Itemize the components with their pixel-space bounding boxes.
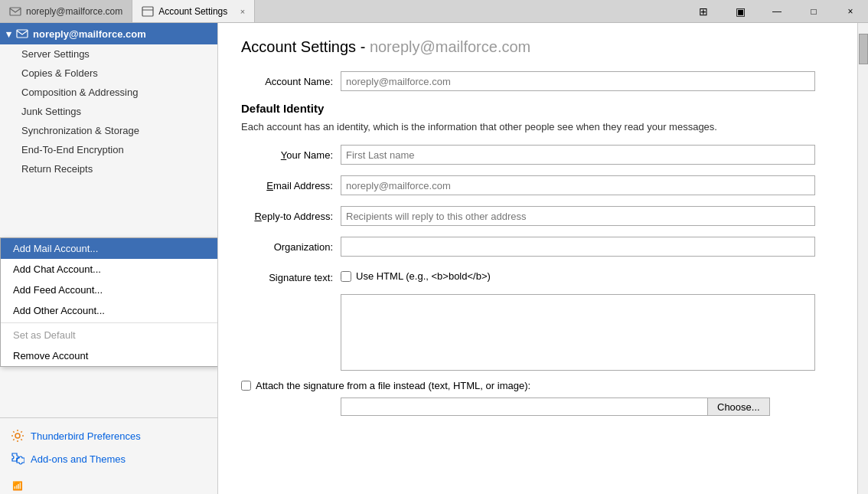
dropdown-add-mail[interactable]: Add Mail Account...	[1, 238, 217, 259]
account-email: noreply@mailforce.com	[33, 28, 146, 40]
reply-to-input[interactable]	[341, 206, 815, 226]
account-name-input[interactable]	[341, 71, 815, 91]
chevron-right-icon: ▾	[6, 28, 11, 40]
signature-text-row: Signature text: Use HTML (e.g., <b>bold<…	[241, 267, 834, 283]
minimize-button[interactable]: —	[759, 0, 795, 23]
signature-textarea-box[interactable]	[341, 294, 815, 371]
email-address-label: Email Address:	[241, 180, 341, 191]
scrollbar[interactable]	[857, 23, 868, 494]
sig-file-input[interactable]	[341, 397, 708, 416]
wifi-icon: 📶	[6, 478, 29, 493]
sig-text-label: Signature text:	[241, 270, 341, 283]
tab-inactive-label: noreply@mailforce.com	[26, 6, 122, 17]
tab-active-label: Account Settings	[158, 6, 227, 17]
title-bar: noreply@mailforce.com Account Settings ×…	[0, 0, 868, 23]
dropdown-set-default: Set as Default	[1, 325, 217, 345]
default-identity-title: Default Identity	[241, 102, 834, 115]
dropdown-add-other[interactable]: Add Other Account...	[1, 300, 217, 321]
attach-sig-label: Attach the signature from a file instead…	[256, 380, 530, 391]
svg-point-4	[15, 433, 20, 438]
sidebar-item-copies-folders[interactable]: Copies & Folders	[0, 64, 217, 83]
svg-rect-0	[10, 8, 21, 15]
sidebar-item-e2e-encryption[interactable]: End-To-End Encryption	[0, 140, 217, 159]
tab-active[interactable]: Account Settings ×	[132, 0, 255, 22]
account-header[interactable]: ▾ noreply@mailforce.com	[0, 23, 217, 44]
scroll-thumb[interactable]	[859, 34, 868, 64]
choose-button[interactable]: Choose...	[708, 397, 770, 416]
sidebar-item-return-receipts[interactable]: Return Receipts	[0, 159, 217, 178]
attach-sig-checkbox[interactable]	[241, 381, 251, 391]
your-name-row: Your Name:	[241, 145, 834, 165]
dropdown-add-feed[interactable]: Add Feed Account...	[1, 280, 217, 300]
puzzle-icon	[11, 452, 24, 466]
svg-rect-3	[17, 30, 28, 38]
settings-tab-icon	[142, 5, 154, 18]
wifi-status: 📶	[0, 476, 217, 494]
tab-bar: noreply@mailforce.com Account Settings ×	[0, 0, 686, 22]
svg-rect-1	[142, 7, 153, 16]
calendar-button[interactable]: ⊞	[686, 0, 721, 23]
mail-icon	[9, 5, 21, 18]
page-title: Account Settings - noreply@mailforce.com	[241, 38, 834, 56]
main-content: Account Settings - noreply@mailforce.com…	[218, 23, 857, 494]
sidebar-item-composition-addressing[interactable]: Composition & Addressing	[0, 83, 217, 102]
sidebar-item-server-settings[interactable]: Server Settings	[0, 44, 217, 64]
attach-sig-row: Attach the signature from a file instead…	[241, 380, 834, 391]
addons-themes-label: Add-ons and Themes	[31, 453, 126, 465]
dropdown-divider	[1, 322, 217, 323]
thunderbird-preferences-item[interactable]: Thunderbird Preferences	[0, 424, 217, 447]
reply-to-row: Reply-to Address:	[241, 206, 834, 226]
your-name-label: Your Name:	[241, 149, 341, 161]
use-html-row: Use HTML (e.g., <b>bold</b>)	[341, 270, 491, 282]
signature-textarea[interactable]	[341, 295, 814, 370]
maximize-button[interactable]: □	[796, 0, 831, 23]
window-controls: ⊞ ▣ — □ ×	[686, 0, 868, 23]
reply-to-label: Reply-to Address:	[241, 211, 341, 222]
window-body: ▾ noreply@mailforce.com Server Settings …	[0, 23, 868, 494]
email-address-row: Email Address:	[241, 175, 834, 195]
sig-text-options: Use HTML (e.g., <b>bold</b>)	[341, 270, 491, 282]
default-identity-desc: Each account has an identity, which is t…	[241, 121, 777, 132]
sidebar-item-junk-settings[interactable]: Junk Settings	[0, 102, 217, 121]
file-input-row: Choose...	[341, 397, 834, 416]
sidebar: ▾ noreply@mailforce.com Server Settings …	[0, 23, 218, 494]
account-name-row: Account Name:	[241, 71, 834, 91]
dropdown-remove-account[interactable]: Remove Account	[1, 345, 217, 366]
your-name-input[interactable]	[341, 145, 815, 165]
addons-themes-item[interactable]: Add-ons and Themes	[0, 447, 217, 470]
tab-inactive[interactable]: noreply@mailforce.com	[0, 0, 132, 22]
email-address-input[interactable]	[341, 175, 815, 195]
gear-icon	[11, 429, 24, 443]
page-title-email: noreply@mailforce.com	[370, 38, 530, 55]
sidebar-item-sync-storage[interactable]: Synchronization & Storage	[0, 121, 217, 140]
dropdown-menu: Add Mail Account... Add Chat Account... …	[0, 237, 218, 367]
thunderbird-preferences-label: Thunderbird Preferences	[31, 430, 141, 442]
organization-input[interactable]	[341, 237, 815, 257]
organization-row: Organization:	[241, 237, 834, 257]
organization-label: Organization:	[241, 241, 341, 253]
grid-button[interactable]: ▣	[723, 0, 758, 23]
dropdown-add-chat[interactable]: Add Chat Account...	[1, 259, 217, 280]
mail-account-icon	[16, 28, 28, 40]
page-title-prefix: Account Settings -	[241, 38, 370, 55]
use-html-label: Use HTML (e.g., <b>bold</b>)	[356, 270, 491, 282]
tab-close-button[interactable]: ×	[240, 7, 245, 16]
close-button[interactable]: ×	[833, 0, 868, 23]
sidebar-bottom: Thunderbird Preferences Add-ons and Them…	[0, 417, 217, 476]
account-name-label: Account Name:	[241, 76, 341, 87]
use-html-checkbox[interactable]	[341, 271, 351, 282]
